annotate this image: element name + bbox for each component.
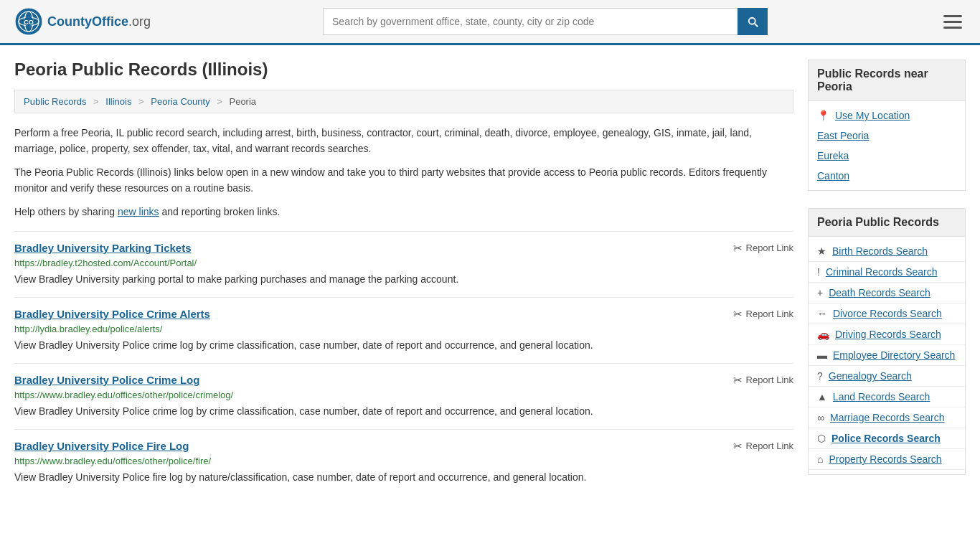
sidebar-record-label-7: Land Records Search <box>833 391 930 402</box>
record-url-1[interactable]: http://lydia.bradley.edu/police/alerts/ <box>14 324 793 334</box>
sidebar-record-item-7[interactable]: ▲ Land Records Search <box>809 387 965 408</box>
report-icon-1: ✂ <box>733 308 743 321</box>
description-para3: Help others by sharing new links and rep… <box>14 204 793 220</box>
sidebar-nearby-item-3[interactable]: Canton <box>809 166 965 186</box>
description: Perform a free Peoria, IL public record … <box>14 125 793 220</box>
sidebar-record-item-6[interactable]: ? Genealogy Search <box>809 366 965 387</box>
record-desc-1: View Bradley University Police crime log… <box>14 338 793 353</box>
sidebar-record-item-5[interactable]: ▬ Employee Directory Search <box>809 345 965 366</box>
report-link-label-3: Report Link <box>746 441 793 451</box>
report-icon-3: ✂ <box>733 440 743 453</box>
sidebar-nearby: Public Records near Peoria 📍 Use My Loca… <box>808 60 966 191</box>
header: CO CountyOffice.org <box>0 0 980 45</box>
breadcrumb-public-records[interactable]: Public Records <box>24 96 86 107</box>
record-url-3[interactable]: https://www.bradley.edu/offices/other/po… <box>14 456 793 466</box>
report-link-label-2: Report Link <box>746 375 793 385</box>
report-link-button-1[interactable]: ✂ Report Link <box>733 308 793 321</box>
record-title-2[interactable]: Bradley University Police Crime Log <box>14 374 199 386</box>
logo-text[interactable]: CountyOffice.org <box>47 14 151 29</box>
record-url-0[interactable]: https://bradley.t2hosted.com/Account/Por… <box>14 258 793 268</box>
breadcrumb-sep-1: > <box>93 96 99 107</box>
sidebar-record-item-9[interactable]: ⬡ Police Records Search <box>809 428 965 449</box>
sidebar: Public Records near Peoria 📍 Use My Loca… <box>808 60 966 495</box>
menu-icon <box>943 15 962 29</box>
sidebar-record-label-4: Driving Records Search <box>835 329 941 340</box>
page-title: Peoria Public Records (Illinois) <box>14 60 793 80</box>
sidebar-record-label-8: Marriage Records Search <box>830 412 945 423</box>
description-para2: The Peoria Public Records (Illinois) lin… <box>14 164 793 197</box>
sidebar-record-icon-9: ⬡ <box>817 433 826 444</box>
sidebar-records: Peoria Public Records ★ Birth Records Se… <box>808 208 966 475</box>
sidebar-record-icon-3: ↔ <box>817 308 827 319</box>
record-desc-3: View Bradley University Police fire log … <box>14 470 793 485</box>
sidebar-record-item-1[interactable]: ! Criminal Records Search <box>809 262 965 283</box>
sidebar-record-icon-4: 🚗 <box>817 329 829 340</box>
sidebar-record-label-1: Criminal Records Search <box>826 266 938 278</box>
record-desc-2: View Bradley University Police crime log… <box>14 404 793 419</box>
report-link-label-1: Report Link <box>746 309 793 319</box>
record-item: Bradley University Police Crime Log ✂ Re… <box>14 363 793 429</box>
record-title-1[interactable]: Bradley University Police Crime Alerts <box>14 308 210 320</box>
breadcrumb-illinois[interactable]: Illinois <box>105 96 131 107</box>
sidebar-nearby-label-1: East Peoria <box>817 130 869 141</box>
report-link-label-0: Report Link <box>746 242 793 253</box>
record-item: Bradley University Parking Tickets ✂ Rep… <box>14 231 793 297</box>
sidebar-record-label-10: Property Records Search <box>829 453 941 465</box>
logo-icon: CO <box>14 7 43 36</box>
report-link-button-3[interactable]: ✂ Report Link <box>733 440 793 453</box>
sidebar-nearby-list: 📍 Use My Location East Peoria Eureka Can… <box>808 101 966 191</box>
sidebar-nearby-item-2[interactable]: Eureka <box>809 146 965 166</box>
report-icon-0: ✂ <box>733 242 743 255</box>
report-link-button-0[interactable]: ✂ Report Link <box>733 242 793 255</box>
sidebar-record-label-2: Death Records Search <box>829 287 930 298</box>
sidebar-nearby-label-2: Eureka <box>817 150 849 161</box>
sidebar-records-title: Peoria Public Records <box>808 208 966 237</box>
sidebar-record-item-2[interactable]: + Death Records Search <box>809 283 965 303</box>
content-area: Peoria Public Records (Illinois) Public … <box>14 60 793 495</box>
search-input[interactable] <box>323 8 738 35</box>
breadcrumb-peoria: Peoria <box>229 96 256 107</box>
record-item: Bradley University Police Crime Alerts ✂… <box>14 297 793 363</box>
breadcrumb-sep-3: > <box>217 96 222 107</box>
main-container: Peoria Public Records (Illinois) Public … <box>0 45 980 509</box>
description-para1: Perform a free Peoria, IL public record … <box>14 125 793 157</box>
sidebar-records-list: ★ Birth Records Search ! Criminal Record… <box>808 237 966 475</box>
record-url-2[interactable]: https://www.bradley.edu/offices/other/po… <box>14 390 793 400</box>
sidebar-nearby-item-0[interactable]: 📍 Use My Location <box>809 105 965 126</box>
sidebar-record-item-10[interactable]: ⌂ Property Records Search <box>809 449 965 470</box>
sidebar-record-item-8[interactable]: ∞ Marriage Records Search <box>809 408 965 428</box>
breadcrumb-sep-2: > <box>138 96 144 107</box>
sidebar-record-item-3[interactable]: ↔ Divorce Records Search <box>809 303 965 324</box>
record-item: Bradley University Police Fire Log ✂ Rep… <box>14 429 793 495</box>
sidebar-nearby-label-3: Canton <box>817 170 849 182</box>
record-title-3[interactable]: Bradley University Police Fire Log <box>14 440 189 452</box>
logo-area: CO CountyOffice.org <box>14 7 151 36</box>
sidebar-record-label-3: Divorce Records Search <box>833 308 942 319</box>
sidebar-record-item-0[interactable]: ★ Birth Records Search <box>809 241 965 262</box>
sidebar-nearby-title: Public Records near Peoria <box>808 60 966 101</box>
sidebar-record-label-0: Birth Records Search <box>832 245 928 257</box>
sidebar-record-icon-5: ▬ <box>817 349 827 361</box>
sidebar-record-icon-8: ∞ <box>817 412 824 423</box>
sidebar-record-icon-2: + <box>817 287 823 298</box>
sidebar-record-icon-7: ▲ <box>817 391 827 402</box>
report-link-button-2[interactable]: ✂ Report Link <box>733 374 793 387</box>
search-button[interactable] <box>738 8 768 35</box>
record-desc-0: View Bradley University parking portal t… <box>14 272 793 287</box>
breadcrumb-peoria-county[interactable]: Peoria County <box>151 96 209 107</box>
sidebar-record-label-5: Employee Directory Search <box>833 349 955 361</box>
sidebar-record-icon-1: ! <box>817 266 820 278</box>
menu-button[interactable] <box>940 11 966 32</box>
search-icon <box>746 15 759 28</box>
sidebar-record-label-9: Police Records Search <box>831 433 941 444</box>
sidebar-record-item-4[interactable]: 🚗 Driving Records Search <box>809 324 965 345</box>
records-list: Bradley University Parking Tickets ✂ Rep… <box>14 231 793 495</box>
sidebar-record-icon-6: ? <box>817 370 823 382</box>
sidebar-nearby-label-0: Use My Location <box>835 110 910 121</box>
sidebar-nearby-item-1[interactable]: East Peoria <box>809 126 965 146</box>
sidebar-nearby-icon-0: 📍 <box>817 110 829 121</box>
report-icon-2: ✂ <box>733 374 743 387</box>
breadcrumb: Public Records > Illinois > Peoria Count… <box>14 90 793 113</box>
record-title-0[interactable]: Bradley University Parking Tickets <box>14 242 192 254</box>
new-links-link[interactable]: new links <box>118 206 159 217</box>
